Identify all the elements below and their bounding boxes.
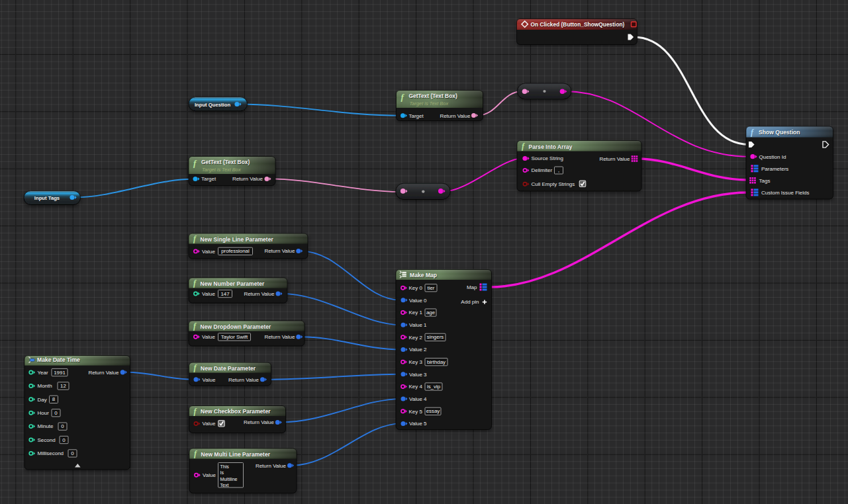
svg-text:New Number Parameter: New Number Parameter [201, 280, 265, 287]
svg-text:Return Value: Return Value [244, 291, 275, 297]
svg-text:1991: 1991 [54, 370, 66, 376]
svg-text:Value 2: Value 2 [409, 347, 427, 353]
svg-text:birthday: birthday [427, 359, 446, 365]
svg-text:Return Value: Return Value [228, 377, 259, 383]
svg-text:Value: Value [203, 377, 216, 383]
svg-text:Second: Second [38, 437, 56, 443]
svg-text:Year: Year [38, 370, 49, 376]
svg-text:Target is Text Box: Target is Text Box [202, 167, 241, 173]
svg-text:8: 8 [52, 396, 56, 402]
svg-text:Value: Value [202, 291, 215, 297]
svg-text:Month: Month [38, 383, 52, 389]
svg-text:Return Value: Return Value [264, 334, 295, 340]
svg-text:singers: singers [427, 334, 444, 340]
svg-text:Make Date Time: Make Date Time [37, 357, 80, 363]
svg-text:0: 0 [71, 450, 74, 456]
svg-text:Value 1: Value 1 [409, 322, 427, 328]
svg-text:Is: Is [220, 470, 224, 476]
svg-text:0: 0 [61, 423, 64, 429]
svg-text:Target is Text Box: Target is Text Box [410, 101, 449, 106]
svg-text:Value 4: Value 4 [409, 396, 427, 402]
svg-text:Key 5: Key 5 [409, 409, 423, 415]
svg-text:12: 12 [60, 383, 66, 389]
svg-text:New Checkbox Parameter: New Checkbox Parameter [201, 408, 271, 415]
svg-text:Text: Text [220, 483, 229, 488]
svg-text:Return Value: Return Value [264, 248, 295, 254]
svg-text:Key 2: Key 2 [409, 335, 423, 341]
svg-text:Add pin: Add pin [461, 299, 479, 305]
svg-text:Return Value: Return Value [232, 176, 263, 182]
svg-text:Parameters: Parameters [761, 166, 788, 172]
svg-text:On Clicked (Button_ShowQuestio: On Clicked (Button_ShowQuestion) [531, 21, 625, 28]
svg-text:Make Map: Make Map [410, 272, 437, 278]
svg-text:Source String: Source String [532, 155, 563, 161]
svg-text:Target: Target [201, 176, 216, 182]
svg-text:Value 5: Value 5 [409, 421, 427, 427]
svg-text:Return Value: Return Value [440, 113, 471, 119]
svg-text:age: age [426, 310, 436, 315]
svg-text:Delimiter: Delimiter [532, 167, 553, 173]
svg-text:Value: Value [202, 334, 215, 340]
svg-text:Value 3: Value 3 [409, 372, 427, 378]
svg-text:Key 3: Key 3 [409, 359, 423, 365]
svg-text:Value 0: Value 0 [409, 298, 427, 304]
svg-text:New Date Parameter: New Date Parameter [201, 365, 256, 372]
svg-text:Show Question: Show Question [759, 129, 800, 136]
svg-text:GetText (Text Box): GetText (Text Box) [409, 93, 457, 99]
svg-text:Return Value: Return Value [599, 156, 630, 162]
svg-text:Value: Value [202, 249, 215, 255]
svg-text:Tags: Tags [759, 178, 771, 184]
svg-text:New Single Line Parameter: New Single Line Parameter [201, 236, 274, 243]
svg-text:,: , [558, 167, 559, 173]
svg-text:is_vip: is_vip [427, 384, 441, 390]
svg-text:Value: Value [203, 472, 216, 478]
svg-text:This: This [220, 464, 230, 470]
svg-text:Input Question: Input Question [195, 102, 231, 108]
svg-text:Multiline: Multiline [220, 477, 238, 482]
svg-text:0: 0 [62, 437, 66, 443]
svg-text:essay: essay [426, 408, 440, 414]
svg-text:Custom Issue Fields: Custom Issue Fields [761, 190, 809, 196]
svg-text:Day: Day [38, 397, 47, 403]
svg-text:Question Id: Question Id [759, 154, 786, 160]
svg-text:Map: Map [467, 284, 477, 290]
svg-text:Return Value: Return Value [244, 419, 275, 425]
svg-text:tier: tier [428, 285, 435, 291]
svg-text:Hour: Hour [38, 410, 50, 416]
svg-text:Value: Value [203, 421, 216, 427]
svg-text:professional: professional [221, 248, 250, 254]
svg-text:Input Tags: Input Tags [34, 195, 60, 201]
svg-text:0: 0 [54, 410, 58, 416]
svg-text:Minute: Minute [38, 423, 54, 429]
svg-text:Key 0: Key 0 [409, 285, 423, 291]
svg-text:Key 4: Key 4 [409, 384, 423, 390]
svg-text:Millisecond: Millisecond [38, 450, 64, 456]
svg-text:Return Value: Return Value [88, 370, 119, 376]
svg-text:Target: Target [409, 113, 424, 119]
svg-text:Parse Into Array: Parse Into Array [529, 144, 573, 150]
svg-text:147: 147 [220, 291, 229, 297]
svg-text:Taylor Swift: Taylor Swift [221, 334, 248, 340]
svg-text:New Dropdown Parameter: New Dropdown Parameter [201, 323, 272, 330]
svg-text:New Multi Line Parameter: New Multi Line Parameter [201, 451, 271, 458]
svg-text:Return Value: Return Value [256, 463, 287, 469]
svg-text:Key 1: Key 1 [409, 310, 423, 315]
svg-text:Cull Empty Strings: Cull Empty Strings [532, 181, 575, 187]
svg-text:GetText (Text Box): GetText (Text Box) [201, 159, 250, 165]
